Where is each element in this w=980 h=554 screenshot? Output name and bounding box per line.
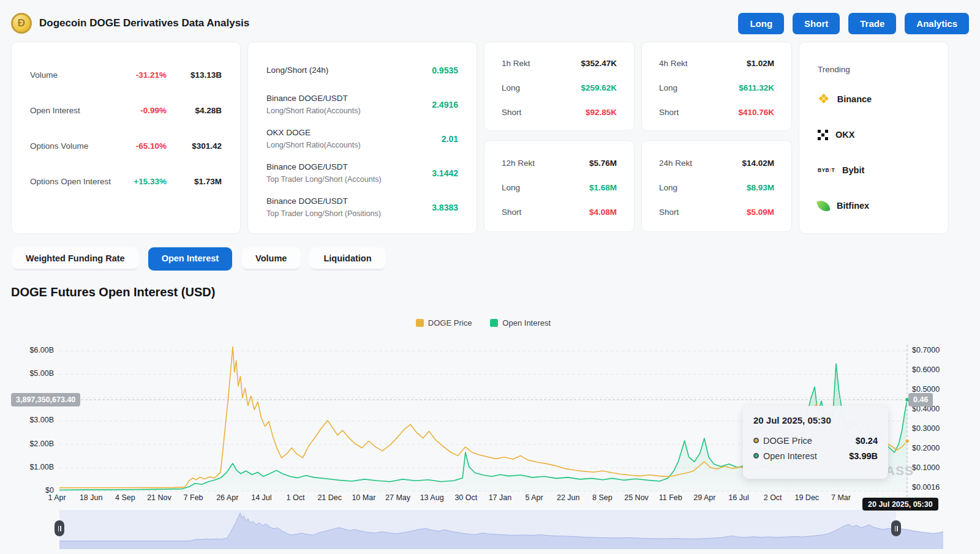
- left-axis-value-badge: 3,897,350,673.40: [11, 393, 80, 406]
- x-axis-date-badge: 20 Jul 2025, 05:30: [862, 498, 938, 511]
- tooltip-series-name: Open Interest: [763, 451, 817, 461]
- chart-tooltip: 20 Jul 2025, 05:30 DOGE Price $0.24 Open…: [743, 406, 888, 479]
- tooltip-gold-dot-icon: [753, 438, 759, 443]
- tooltip-series-value: $3.99B: [849, 451, 878, 461]
- navigator-right-handle[interactable]: [891, 520, 901, 536]
- tooltip-series-value: $0.24: [856, 436, 878, 446]
- tooltip-date: 20 Jul 2025, 05:30: [753, 415, 878, 425]
- tooltip-row-oi: Open Interest $3.99B: [753, 448, 878, 463]
- tooltip-green-dot-icon: [753, 453, 759, 459]
- navigator-left-handle[interactable]: [55, 520, 64, 536]
- tooltip-series-name: DOGE Price: [763, 436, 812, 446]
- right-axis-value-badge: 0.46: [908, 393, 933, 406]
- axis-tick-label: 7 Mar: [816, 493, 865, 502]
- tooltip-row-price: DOGE Price $0.24: [753, 433, 878, 448]
